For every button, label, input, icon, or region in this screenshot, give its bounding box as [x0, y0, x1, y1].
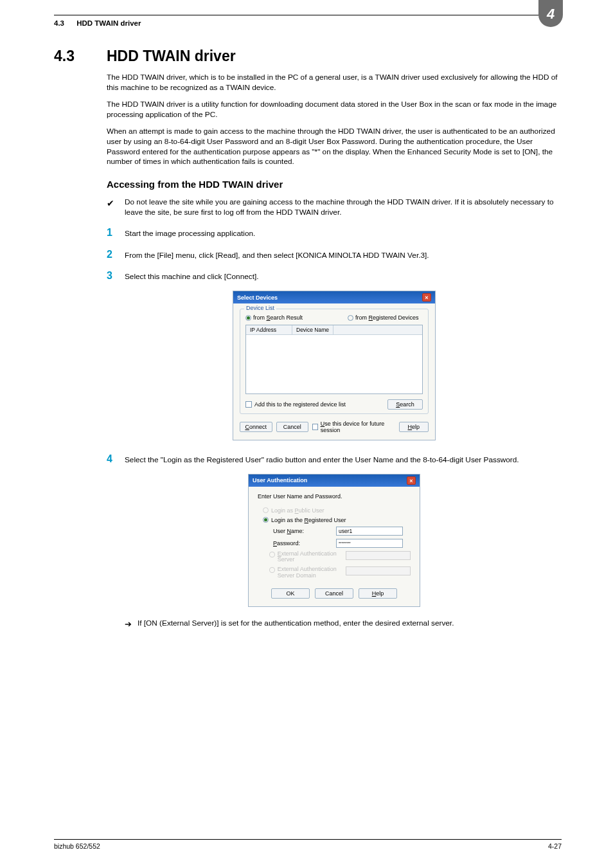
step-number: 3 [107, 269, 125, 283]
section-heading: 4.3 HDD TWAIN driver [54, 48, 562, 65]
chapter-badge-shape: 4 [538, 0, 563, 27]
header-section-title: HDD TWAIN driver [76, 19, 141, 27]
dialog-body: Device List from Search Result from Regi… [233, 303, 435, 440]
checkbox-label: Use this device for future session [321, 420, 391, 433]
search-button[interactable]: Search [387, 399, 423, 410]
intro-paragraph-1: The HDD TWAIN driver, which is to be ins… [107, 73, 562, 93]
chapter-badge-number: 4 [547, 6, 555, 23]
step-text: Select this machine and click [Connect]. [125, 271, 562, 282]
cancel-button[interactable]: Cancel [315, 588, 353, 599]
checkbox-label: Add this to the registered device list [254, 401, 346, 408]
dialog-image-1: Select Devices × Device List from Search… [107, 291, 562, 440]
section-title: HDD TWAIN driver [107, 48, 236, 65]
step-number: 4 [107, 452, 125, 466]
intro-paragraph-2: The HDD TWAIN driver is a utility functi… [107, 100, 562, 120]
connect-button[interactable]: Connect [240, 422, 272, 432]
header-section-num: 4.3 [54, 19, 64, 27]
device-listbox[interactable]: IP Address Device Name [245, 325, 423, 394]
radio-label: from Registered Devices [355, 314, 419, 321]
help-button[interactable]: Help [359, 588, 397, 599]
intro-paragraph-3: When an attempt is made to gain access t… [107, 127, 562, 168]
radio-label: from Search Result [253, 314, 303, 321]
radio-label: External Authentication Server [278, 551, 344, 564]
device-list-group: Device List from Search Result from Regi… [240, 309, 429, 414]
from-registered-devices-radio[interactable]: from Registered Devices [348, 314, 419, 321]
help-button[interactable]: Help [399, 422, 429, 432]
step-number: 2 [107, 248, 125, 262]
radio-label: External Authentication Server Domain [278, 566, 344, 579]
step-text: From the [File] menu, click [Read], and … [125, 249, 562, 261]
radio-icon [263, 517, 269, 523]
external-auth-domain-radio: External Authentication Server Domain [269, 566, 411, 579]
body-column: The HDD TWAIN driver, which is to be ins… [107, 73, 562, 630]
close-icon[interactable]: × [422, 293, 431, 302]
step-2: 2 From the [File] menu, click [Read], an… [107, 248, 562, 262]
header-rule [54, 15, 562, 15]
footer-left: bizhub 652/552 [54, 842, 100, 850]
list-header: IP Address Device Name [246, 325, 422, 335]
content: 4.3 HDD TWAIN driver The HDD TWAIN drive… [54, 48, 562, 637]
password-row: Password: ******** [273, 539, 411, 548]
use-device-future-checkbox[interactable]: Use this device for future session [312, 420, 391, 433]
check-icon: ✔ [107, 197, 125, 218]
external-auth-server-radio: External Authentication Server [269, 551, 411, 564]
user-name-input[interactable]: user1 [336, 527, 403, 536]
from-search-result-radio[interactable]: from Search Result [245, 314, 303, 321]
step-4: 4 Select the "Login as the Registered Us… [107, 452, 562, 466]
step-text: Select the "Login as the Registered User… [125, 454, 562, 466]
precaution-text: Do not leave the site while you are gain… [125, 197, 562, 218]
user-name-label: User Name: [273, 528, 336, 534]
login-public-user-radio: Login as Public User [263, 507, 411, 514]
dialog-image-2: User Authentication × Enter User Name an… [107, 474, 562, 608]
section-number: 4.3 [54, 48, 107, 65]
external-server-input [346, 551, 411, 560]
footer-right: 4-27 [548, 842, 562, 850]
radio-icon [269, 567, 275, 573]
step-3: 3 Select this machine and click [Connect… [107, 269, 562, 283]
add-to-registered-checkbox[interactable]: Add this to the registered device list [245, 401, 346, 408]
dialog-lead-text: Enter User Name and Password. [258, 493, 411, 500]
external-domain-input [346, 566, 411, 575]
chapter-badge: 4 [538, 0, 563, 27]
running-header: 4.3 HDD TWAIN driver [54, 19, 141, 27]
ip-address-column: IP Address [246, 325, 292, 334]
close-icon[interactable]: × [407, 476, 416, 485]
user-name-row: User Name: user1 [273, 527, 411, 536]
subsection-heading: Accessing from the HDD TWAIN driver [107, 179, 562, 190]
checkbox-icon [245, 401, 252, 408]
checkbox-icon [312, 424, 318, 430]
select-devices-dialog: Select Devices × Device List from Search… [233, 291, 436, 440]
checkbox-row: Add this to the registered device list S… [245, 399, 423, 410]
login-registered-user-radio[interactable]: Login as the Registered User [263, 517, 411, 523]
ok-button[interactable]: OK [271, 588, 310, 599]
radio-row: from Search Result from Registered Devic… [245, 314, 423, 321]
dialog-title: User Authentication [253, 477, 307, 484]
dialog-body: Enter User Name and Password. Login as P… [249, 487, 420, 607]
dialog-button-row: Connect Cancel Use this device for futur… [240, 420, 429, 433]
radio-label: Login as Public User [271, 507, 324, 514]
dialog-button-row: OK Cancel Help [258, 588, 411, 599]
password-label: Password: [273, 540, 336, 547]
radio-icon [269, 552, 275, 557]
dialog-titlebar: Select Devices × [233, 291, 435, 303]
precaution-item: ✔ Do not leave the site while you are ga… [107, 197, 562, 218]
password-input[interactable]: ******** [336, 539, 403, 548]
step-1: 1 Start the image processing application… [107, 226, 562, 240]
arrow-icon: ➔ [125, 619, 138, 630]
dialog-titlebar: User Authentication × [249, 475, 420, 487]
radio-label: Login as the Registered User [271, 517, 346, 523]
step-number: 1 [107, 226, 125, 240]
group-title: Device List [244, 305, 276, 311]
radio-icon [348, 315, 353, 321]
arrow-note: ➔ If [ON (External Server)] is set for t… [125, 619, 562, 630]
footer-rule [54, 839, 562, 840]
device-name-column: Device Name [292, 325, 333, 334]
user-authentication-dialog: User Authentication × Enter User Name an… [248, 474, 420, 608]
cancel-button[interactable]: Cancel [276, 422, 309, 432]
arrow-text: If [ON (External Server)] is set for the… [138, 619, 454, 630]
radio-icon [245, 315, 251, 321]
radio-icon [263, 507, 269, 513]
dialog-title: Select Devices [237, 294, 278, 301]
step-text: Start the image processing application. [125, 228, 562, 239]
